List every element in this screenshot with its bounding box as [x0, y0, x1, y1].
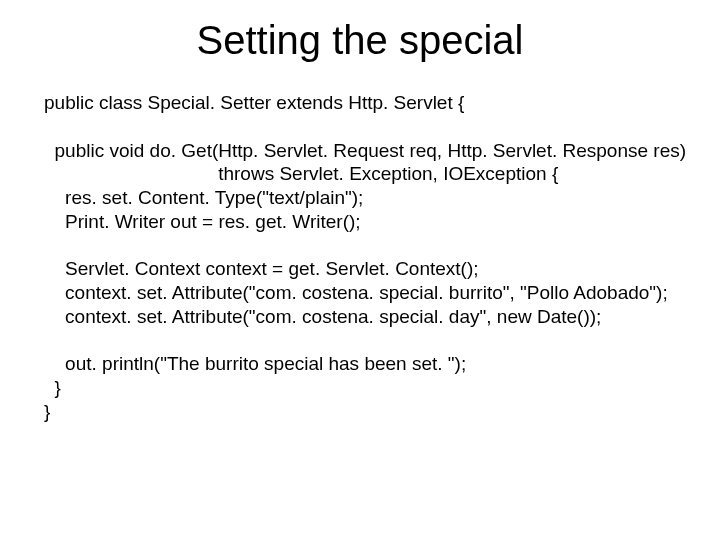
code-line: Print. Writer out = res. get. Writer(); [44, 211, 361, 232]
code-line: public void do. Get(Http. Servlet. Reque… [44, 140, 686, 161]
code-line: } [44, 401, 50, 422]
code-line: throws Servlet. Exception, IOException { [44, 163, 558, 184]
code-line: context. set. Attribute("com. costena. s… [44, 282, 668, 303]
code-line: out. println("The burrito special has be… [44, 353, 466, 374]
code-line: } [44, 377, 61, 398]
code-line: public class Special. Setter extends Htt… [44, 92, 464, 113]
slide-title: Setting the special [0, 0, 720, 91]
code-line: context. set. Attribute("com. costena. s… [44, 306, 601, 327]
code-block: public class Special. Setter extends Htt… [0, 91, 720, 424]
code-line: Servlet. Context context = get. Servlet.… [44, 258, 479, 279]
code-line: res. set. Content. Type("text/plain"); [44, 187, 363, 208]
slide: Setting the special public class Special… [0, 0, 720, 540]
